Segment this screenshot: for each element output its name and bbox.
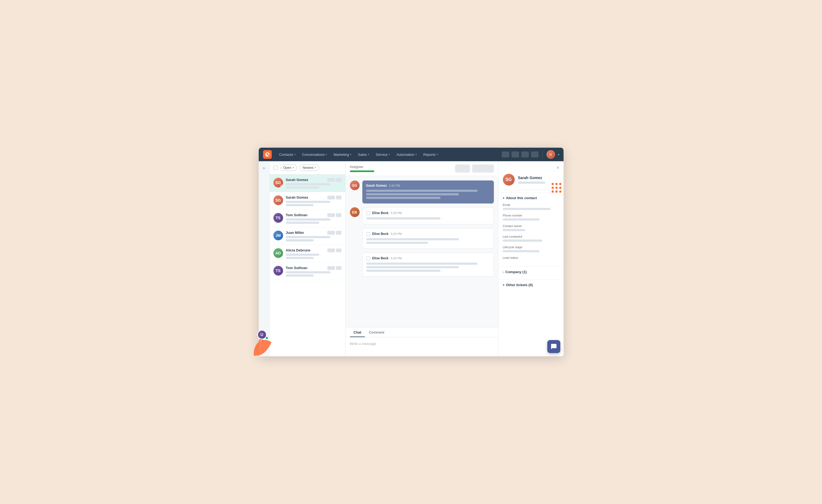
field-value [503, 208, 551, 210]
conversation-info: Alicia Debrune [286, 248, 341, 259]
message-bubble: Sarah Gomez 5:26 PM [362, 180, 494, 203]
nav-item-sales[interactable]: Sales ▾ [355, 151, 372, 158]
tag-badge [336, 266, 341, 270]
chat-input-area[interactable]: Write a message [346, 337, 498, 356]
tag-badge [336, 196, 341, 199]
chevron-down-icon: ▾ [293, 166, 294, 169]
chevron-right-icon: › [503, 270, 504, 274]
message-line [366, 238, 459, 240]
select-all-checkbox[interactable] [273, 166, 278, 170]
snippet-line [286, 236, 330, 238]
snippet-line [286, 204, 314, 206]
message-line [366, 190, 478, 192]
chevron-down-icon: ▾ [437, 153, 438, 156]
user-menu-chevron[interactable]: ▾ [558, 153, 559, 156]
about-section-toggle[interactable]: ▾ About this contact [503, 196, 559, 200]
nav-utility-btn-4[interactable] [531, 151, 538, 157]
message-line [366, 193, 459, 195]
nav-item-service[interactable]: Service ▾ [373, 151, 393, 158]
top-navigation: Contacts ▾ Conversations ▾ Marketing ▾ S… [259, 148, 563, 161]
tickets-section: ▾ Other tickets (0) [498, 279, 563, 290]
message-line [366, 197, 440, 199]
conversation-info: Juan Miller [286, 231, 341, 241]
nav-item-automation[interactable]: Automation ▾ [394, 151, 420, 158]
tab-comment[interactable]: Comment [365, 328, 388, 337]
conversation-items: SG Sarah Gomez [270, 175, 345, 356]
filter-newest-button[interactable]: Newest ▾ [300, 164, 319, 171]
message-header: Elise Beck 5:26 PM [366, 256, 490, 260]
tickets-toggle[interactable]: ▾ Other tickets (0) [503, 283, 559, 287]
company-section: › Company (1) [498, 266, 563, 277]
contact-subtitle-bar [518, 182, 545, 184]
dot-grid-decoration [552, 183, 561, 193]
message-checkbox[interactable] [366, 232, 370, 236]
chat-header-buttons [455, 164, 494, 173]
nav-item-conversations[interactable]: Conversations ▾ [299, 151, 330, 158]
chevron-down-icon: ▾ [315, 166, 316, 169]
chat-panel: Assignee SG [346, 161, 498, 356]
field-value [503, 229, 525, 231]
conversation-list: Open ▾ Newest ▾ SG [270, 161, 346, 356]
hubspot-logo[interactable] [263, 150, 272, 159]
chat-messages: SG Sarah Gomez 5:26 PM [346, 176, 498, 327]
main-content: » Open ▾ Newest ▾ [259, 161, 563, 356]
conversation-item[interactable]: TS Tom Sullivan [270, 263, 345, 280]
message-checkbox[interactable] [366, 211, 370, 215]
snippet-line [286, 274, 314, 277]
conversation-item[interactable]: SG Sarah Gomez [270, 175, 345, 192]
tag-badge [327, 248, 335, 252]
message-line [366, 270, 440, 272]
message-content: Elise Beck 5:26 PM [362, 228, 494, 249]
tag-badge [327, 213, 335, 217]
avatar: TS [273, 266, 283, 276]
snippet-line [286, 218, 330, 221]
chat-action-button-1[interactable] [455, 164, 470, 173]
field-owner: Contact owner [503, 224, 559, 231]
chevron-down-icon: ▾ [294, 153, 296, 156]
message-content: Elise Beck 5:26 PM [362, 207, 494, 224]
tag-badge [327, 178, 335, 182]
nav-utility-btn-3[interactable] [521, 151, 529, 157]
avatar: SG [273, 178, 283, 188]
chevron-down-icon: ▾ [326, 153, 327, 156]
expand-panel-button[interactable]: » [557, 165, 559, 170]
message-checkbox[interactable] [366, 257, 370, 260]
tag-badge [327, 196, 335, 199]
company-toggle[interactable]: › Company (1) [503, 270, 559, 274]
message-content: Elise Beck 5:26 PM [362, 253, 494, 277]
nav-item-contacts[interactable]: Contacts ▾ [277, 151, 298, 158]
tab-chat[interactable]: Chat [350, 328, 365, 337]
contact-name-section: Sarah Gomez [518, 176, 545, 184]
tag-badge [327, 266, 335, 270]
conversation-list-header: Open ▾ Newest ▾ [270, 161, 345, 175]
collapse-sidebar-button[interactable]: » [263, 166, 265, 170]
chat-widget-button[interactable] [547, 340, 560, 353]
field-phone: Phone number [503, 214, 559, 221]
field-value [503, 250, 539, 252]
chat-header-left: Assignee [350, 165, 374, 172]
nav-item-reports[interactable]: Reports ▾ [421, 151, 441, 158]
field-email: Email [503, 203, 559, 210]
chevron-down-icon: ▾ [503, 283, 504, 287]
avatar: JM [273, 231, 283, 240]
nav-utility-btn-2[interactable] [511, 151, 519, 157]
filter-open-button[interactable]: Open ▾ [281, 164, 297, 171]
chevron-down-icon: ▾ [368, 153, 369, 156]
message-bubble: Elise Beck 5:26 PM [362, 207, 494, 224]
message-group: EB Elise Beck 5:26 PM [350, 207, 494, 224]
field-value [503, 218, 539, 221]
field-last-contacted: Last contacted [503, 235, 559, 242]
message-line [366, 263, 478, 265]
conversation-item[interactable]: AD Alicia Debrune [270, 245, 345, 263]
message-group: Elise Beck 5:26 PM [350, 228, 494, 249]
chat-action-button-2[interactable] [472, 164, 494, 173]
message-group: SG Sarah Gomez 5:26 PM [350, 180, 494, 203]
user-avatar[interactable]: U [546, 150, 555, 159]
nav-item-marketing[interactable]: Marketing ▾ [331, 151, 354, 158]
nav-utility-btn-1[interactable] [502, 151, 509, 157]
conversation-item[interactable]: TS Tom Sullivan [270, 210, 345, 227]
conversation-info: Tom Sullivan [286, 266, 341, 277]
assignee-progress-bar [350, 170, 374, 172]
conversation-item[interactable]: SG Sarah Gomez [270, 192, 345, 210]
conversation-item[interactable]: JM Juan Miller [270, 227, 345, 245]
